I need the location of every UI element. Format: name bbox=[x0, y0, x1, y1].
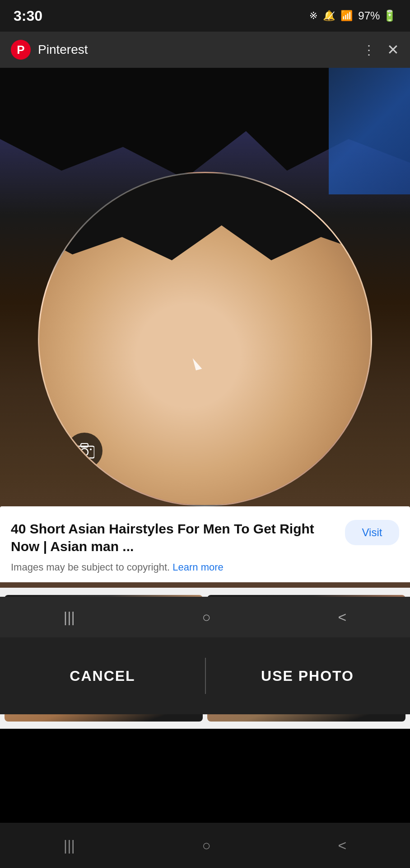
battery-level: 97% 🔋 bbox=[358, 9, 396, 22]
learn-more-link[interactable]: Learn more bbox=[172, 561, 224, 573]
copyright-text: Images may be subject to copyright. Lear… bbox=[11, 561, 399, 573]
info-card-header: 40 Short Asian Hairstyles For Men To Get… bbox=[11, 520, 399, 555]
use-photo-label: USE PHOTO bbox=[261, 668, 354, 684]
info-card: 40 Short Asian Hairstyles For Men To Get… bbox=[0, 506, 410, 582]
cancel-button[interactable]: CANCEL bbox=[0, 637, 205, 714]
svg-point-3 bbox=[90, 448, 92, 450]
wifi-icon: 📶 bbox=[340, 10, 353, 22]
info-title: 40 Short Asian Hairstyles For Men To Get… bbox=[11, 520, 336, 555]
svg-point-1 bbox=[81, 448, 88, 456]
nav-bar: ||| ○ < bbox=[0, 597, 410, 637]
browser-bar: P Pinterest ⋮ ✕ bbox=[0, 32, 410, 68]
status-bar: 3:30 ※ 🔔̸ 📶 97% 🔋 bbox=[0, 0, 410, 32]
battery-icon: 🔋 bbox=[383, 9, 396, 22]
nav-back-icon[interactable]: ||| bbox=[64, 609, 75, 626]
use-photo-button[interactable]: USE PHOTO bbox=[205, 637, 410, 714]
action-divider bbox=[205, 658, 206, 694]
action-bar: CANCEL USE PHOTO bbox=[0, 637, 410, 714]
browser-title: Pinterest bbox=[38, 42, 355, 57]
visit-button[interactable]: Visit bbox=[345, 520, 399, 545]
main-content: 40 Short Asian Hairstyles For Men To Get… bbox=[0, 68, 410, 760]
status-time: 3:30 bbox=[14, 8, 42, 24]
circular-crop-overlay bbox=[38, 172, 372, 506]
nav-home-icon[interactable]: ○ bbox=[202, 609, 210, 626]
mute-icon: 🔔̸ bbox=[323, 10, 335, 22]
cancel-label: CANCEL bbox=[70, 668, 135, 684]
browser-menu-icon[interactable]: ⋮ bbox=[363, 42, 375, 57]
home-home-icon[interactable]: ○ bbox=[202, 837, 210, 854]
browser-close-icon[interactable]: ✕ bbox=[387, 41, 399, 58]
home-bar: ||| ○ < bbox=[0, 823, 410, 868]
nav-recent-icon[interactable]: < bbox=[338, 609, 346, 626]
camera-icon[interactable] bbox=[66, 433, 102, 469]
status-icons: ※ 🔔̸ 📶 97% 🔋 bbox=[309, 9, 396, 22]
bluetooth-icon: ※ bbox=[309, 10, 317, 22]
pinterest-logo: P bbox=[11, 40, 31, 60]
home-recent-icon[interactable]: < bbox=[338, 837, 346, 854]
home-back-icon[interactable]: ||| bbox=[64, 837, 75, 854]
